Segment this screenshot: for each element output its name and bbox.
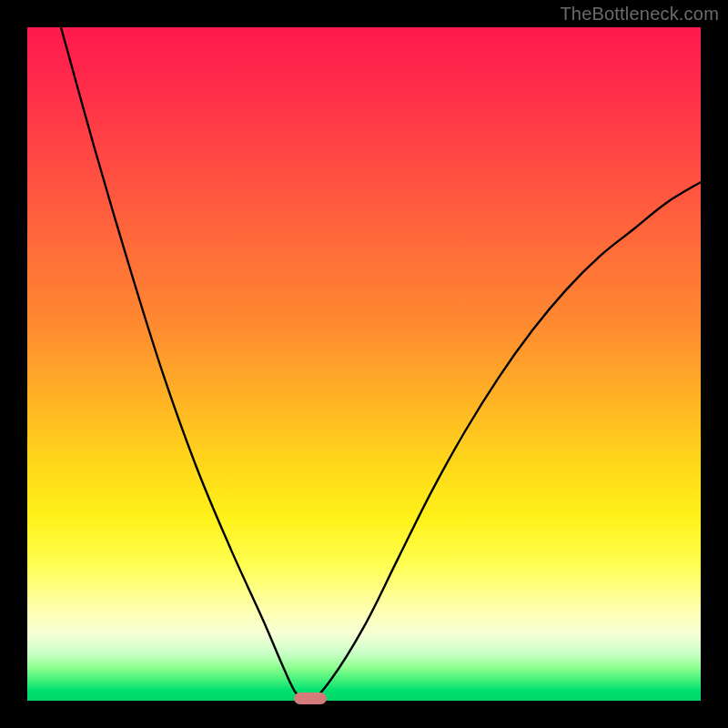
watermark-text: TheBottleneck.com [560, 4, 719, 25]
chart-frame: TheBottleneck.com [0, 0, 728, 728]
optimal-marker [294, 693, 327, 704]
plot-area [27, 27, 701, 701]
curve-path [61, 27, 701, 701]
bottleneck-curve [27, 27, 701, 701]
